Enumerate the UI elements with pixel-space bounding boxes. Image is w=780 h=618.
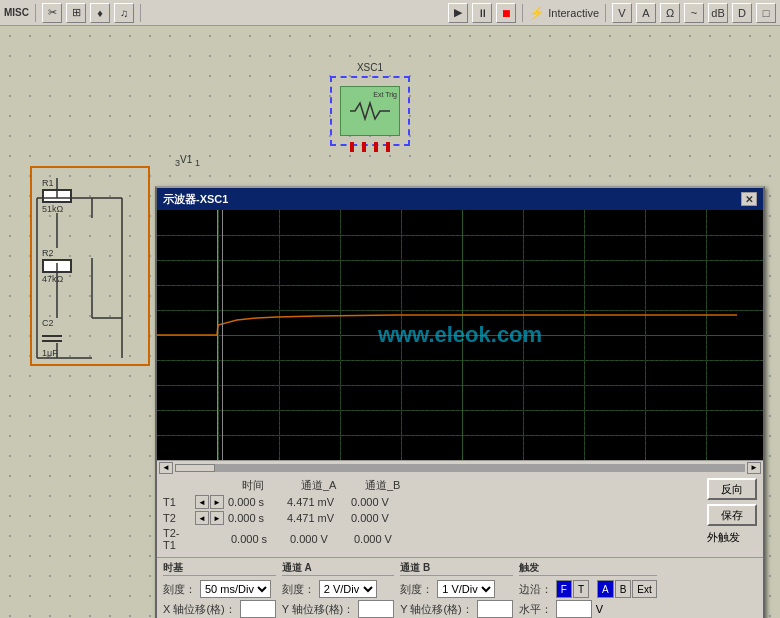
x-offset-row: X 轴位移(格)： 0	[163, 600, 276, 618]
trigger-ext-btn[interactable]: Ext	[632, 580, 656, 598]
node-1: 1	[195, 158, 200, 168]
ext-trig-label: Ext Trig	[373, 91, 397, 98]
chb-scale-label: 刻度：	[400, 582, 433, 597]
t2-left-btn[interactable]: ◄	[195, 511, 209, 525]
t2-right-btn[interactable]: ►	[210, 511, 224, 525]
separator4	[605, 4, 606, 22]
trigger-t-btn[interactable]: T	[573, 580, 589, 598]
v1-label: V1	[180, 154, 192, 165]
cha-offset-row: Y 轴位移(格)： 0	[282, 600, 395, 618]
trigger-level-input[interactable]: 0	[556, 600, 592, 618]
osc-pin-1	[350, 142, 354, 152]
toolbar-d-btn[interactable]: D	[732, 3, 752, 23]
t1-right-btn[interactable]: ►	[210, 495, 224, 509]
separator	[35, 4, 36, 22]
reverse-button[interactable]: 反向	[707, 478, 757, 500]
t1-label: T1	[163, 496, 191, 508]
main-canvas: 3 1 V1 Ext Trig XSC1 R1	[0, 26, 780, 618]
trigger-edge-row: 边沿： F T A B Ext	[519, 580, 657, 598]
toolbar: MISC ✂ ⊞ ♦ ♫ ▶ ⏸ ⏹ ⚡ Interactive V A Ω ~…	[0, 0, 780, 26]
trigger-edge-toggle: F T	[556, 580, 589, 598]
t1-arrows[interactable]: ◄ ►	[195, 495, 224, 509]
scroll-thumb[interactable]	[175, 464, 215, 472]
chb-offset-row: Y 轴位移(格)： 0	[400, 600, 513, 618]
toolbar-sq-btn[interactable]: □	[756, 3, 776, 23]
misc-label: MISC	[4, 7, 29, 18]
osc-body: Ext Trig	[340, 86, 400, 136]
toolbar-btn-2[interactable]: ⊞	[66, 3, 86, 23]
cha-offset-label: Y 轴位移(格)：	[282, 602, 355, 617]
stop-btn[interactable]: ⏹	[496, 3, 516, 23]
t2-time-val: 0.000 s	[228, 512, 283, 524]
marker-t2	[222, 210, 223, 460]
t1-left-btn[interactable]: ◄	[195, 495, 209, 509]
t2t1-cha-val: 0.000 V	[290, 533, 350, 545]
t1-row: T1 ◄ ► 0.000 s 4.471 mV 0.000 V	[163, 495, 699, 509]
play-btn[interactable]: ▶	[448, 3, 468, 23]
signal-display	[157, 210, 763, 460]
chb-header: 通道_B	[365, 478, 425, 493]
toolbar-btn-1[interactable]: ✂	[42, 3, 62, 23]
osc-screen: www.eleok.com	[157, 210, 763, 460]
osc-pin-3	[374, 142, 378, 152]
ext-trigger-label: 外触发	[707, 530, 740, 545]
chb-offset-input[interactable]: 0	[477, 600, 513, 618]
osc-pin-4	[386, 142, 390, 152]
timebase-scale-label: 刻度：	[163, 582, 196, 597]
scroll-left-btn[interactable]: ◄	[159, 462, 173, 474]
toolbar-a-btn[interactable]: A	[636, 3, 656, 23]
x-offset-input[interactable]: 0	[240, 600, 276, 618]
trigger-f-btn[interactable]: F	[556, 580, 572, 598]
timebase-scale-row: 刻度： 50 ms/Div	[163, 580, 276, 598]
t2t1-time-val: 0.000 s	[231, 533, 286, 545]
cha-title: 通道 A	[282, 561, 395, 576]
toolbar-trig-btn[interactable]: ~	[684, 3, 704, 23]
circuit-components: R1 51kΩ R2 47kΩ C2 1μF	[30, 166, 150, 366]
separator3	[522, 4, 523, 22]
x-offset-label: X 轴位移(格)：	[163, 602, 236, 617]
t2-cha-val: 4.471 mV	[287, 512, 347, 524]
marker-t1	[217, 210, 218, 460]
t2t1-chb-val: 0.000 V	[354, 533, 414, 545]
save-button[interactable]: 保存	[707, 504, 757, 526]
circuit-canvas: 3 1 V1 Ext Trig XSC1 R1	[0, 26, 780, 618]
osc-close-button[interactable]: ✕	[741, 192, 757, 206]
t1-time-val: 0.000 s	[228, 496, 283, 508]
trigger-edge-label: 边沿：	[519, 582, 552, 597]
timebase-title: 时基	[163, 561, 276, 576]
chb-scale-select[interactable]: 1 V/Div	[437, 580, 495, 598]
t2-chb-val: 0.000 V	[351, 512, 411, 524]
toolbar-btn-3[interactable]: ♦	[90, 3, 110, 23]
toolbar-db-btn[interactable]: dB	[708, 3, 728, 23]
cha-scale-row: 刻度： 2 V/Div	[282, 580, 395, 598]
osc-scrollbar[interactable]: ◄ ►	[157, 460, 763, 474]
chb-title: 通道 B	[400, 561, 513, 576]
trigger-group: 触发 边沿： F T A B Ext 水平	[519, 561, 657, 618]
osc-pin-2	[362, 142, 366, 152]
chb-offset-label: Y 轴位移(格)：	[400, 602, 473, 617]
separator2	[140, 4, 141, 22]
trigger-channel-toggle: A B Ext	[597, 580, 657, 598]
scroll-right-btn[interactable]: ►	[747, 462, 761, 474]
t2-arrows[interactable]: ◄ ►	[195, 511, 224, 525]
toolbar-ohm-btn[interactable]: Ω	[660, 3, 680, 23]
channel-b-group: 通道 B 刻度： 1 V/Div Y 轴位移(格)： 0	[400, 561, 513, 618]
timebase-group: 时基 刻度： 50 ms/Div X 轴位移(格)： 0	[163, 561, 276, 618]
time-header: 时间	[242, 478, 297, 493]
oscilloscope-component[interactable]: Ext Trig XSC1	[330, 76, 410, 146]
measurements-header-row: 时间 通道_A 通道_B	[163, 478, 699, 493]
t1-chb-val: 0.000 V	[351, 496, 411, 508]
interactive-label: Interactive	[548, 7, 599, 19]
cha-offset-input[interactable]: 0	[358, 600, 394, 618]
cha-scale-select[interactable]: 2 V/Div	[319, 580, 377, 598]
osc-titlebar: 示波器-XSC1 ✕	[157, 188, 763, 210]
osc-pin-row	[350, 142, 390, 152]
osc-component-label: XSC1	[357, 62, 383, 73]
trigger-b-btn[interactable]: B	[615, 580, 632, 598]
trigger-a-btn[interactable]: A	[597, 580, 614, 598]
pause-btn[interactable]: ⏸	[472, 3, 492, 23]
toolbar-v-btn[interactable]: V	[612, 3, 632, 23]
scroll-track[interactable]	[175, 464, 745, 472]
timebase-scale-select[interactable]: 50 ms/Div	[200, 580, 271, 598]
toolbar-btn-4[interactable]: ♫	[114, 3, 134, 23]
